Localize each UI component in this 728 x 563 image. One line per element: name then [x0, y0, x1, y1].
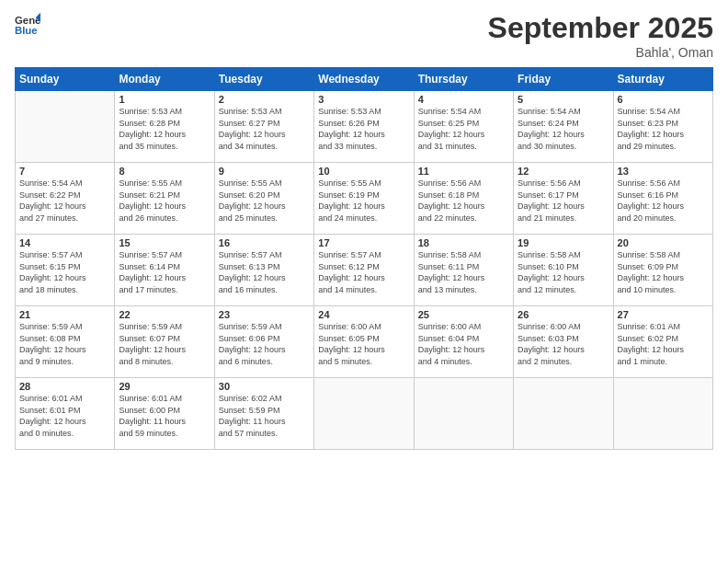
cell-info: Sunrise: 5:53 AM Sunset: 6:28 PM Dayligh… — [119, 106, 210, 152]
day-number: 2 — [219, 94, 310, 105]
cell-info: Sunrise: 5:53 AM Sunset: 6:26 PM Dayligh… — [318, 106, 409, 152]
day-number: 16 — [219, 237, 310, 248]
day-number: 1 — [119, 94, 210, 105]
calendar-cell: 10Sunrise: 5:55 AM Sunset: 6:19 PM Dayli… — [314, 163, 414, 235]
week-row-3: 14Sunrise: 5:57 AM Sunset: 6:15 PM Dayli… — [16, 235, 713, 306]
day-number: 24 — [318, 309, 409, 320]
calendar-cell: 14Sunrise: 5:57 AM Sunset: 6:15 PM Dayli… — [16, 235, 115, 306]
calendar-cell: 20Sunrise: 5:58 AM Sunset: 6:09 PM Dayli… — [613, 235, 712, 306]
cell-info: Sunrise: 5:59 AM Sunset: 6:08 PM Dayligh… — [19, 321, 110, 367]
col-header-friday: Friday — [514, 68, 613, 91]
cell-info: Sunrise: 6:01 AM Sunset: 6:00 PM Dayligh… — [119, 393, 210, 439]
day-number: 4 — [418, 94, 509, 105]
day-number: 22 — [119, 309, 210, 320]
header-row: SundayMondayTuesdayWednesdayThursdayFrid… — [16, 68, 713, 91]
day-number: 3 — [318, 94, 409, 105]
calendar-cell — [514, 378, 613, 450]
day-number: 27 — [618, 309, 709, 320]
day-number: 14 — [19, 237, 110, 248]
cell-info: Sunrise: 5:55 AM Sunset: 6:19 PM Dayligh… — [318, 178, 409, 224]
cell-info: Sunrise: 5:57 AM Sunset: 6:12 PM Dayligh… — [318, 249, 409, 295]
week-row-5: 28Sunrise: 6:01 AM Sunset: 6:01 PM Dayli… — [16, 378, 713, 450]
cell-info: Sunrise: 5:58 AM Sunset: 6:11 PM Dayligh… — [418, 249, 509, 295]
day-number: 30 — [219, 381, 310, 392]
calendar-cell: 19Sunrise: 5:58 AM Sunset: 6:10 PM Dayli… — [514, 235, 613, 306]
day-number: 11 — [418, 166, 509, 177]
calendar-cell: 15Sunrise: 5:57 AM Sunset: 6:14 PM Dayli… — [115, 235, 214, 306]
calendar-cell: 2Sunrise: 5:53 AM Sunset: 6:27 PM Daylig… — [214, 91, 313, 163]
col-header-saturday: Saturday — [613, 68, 712, 91]
calendar-cell — [414, 378, 513, 450]
cell-info: Sunrise: 5:55 AM Sunset: 6:20 PM Dayligh… — [219, 178, 310, 224]
day-number: 29 — [119, 381, 210, 392]
calendar-cell: 25Sunrise: 6:00 AM Sunset: 6:04 PM Dayli… — [414, 306, 513, 378]
cell-info: Sunrise: 6:01 AM Sunset: 6:01 PM Dayligh… — [19, 393, 110, 439]
cell-info: Sunrise: 5:54 AM Sunset: 6:24 PM Dayligh… — [518, 106, 609, 152]
cell-info: Sunrise: 5:56 AM Sunset: 6:16 PM Dayligh… — [618, 178, 709, 224]
day-number: 7 — [19, 166, 110, 177]
cell-info: Sunrise: 5:53 AM Sunset: 6:27 PM Dayligh… — [219, 106, 310, 152]
day-number: 8 — [119, 166, 210, 177]
title-block: September 2025 Bahla', Oman — [488, 11, 713, 60]
calendar-cell: 11Sunrise: 5:56 AM Sunset: 6:18 PM Dayli… — [414, 163, 513, 235]
calendar-cell: 12Sunrise: 5:56 AM Sunset: 6:17 PM Dayli… — [514, 163, 613, 235]
day-number: 23 — [219, 309, 310, 320]
calendar-cell — [613, 378, 712, 450]
day-number: 21 — [19, 309, 110, 320]
col-header-wednesday: Wednesday — [314, 68, 414, 91]
cell-info: Sunrise: 5:56 AM Sunset: 6:18 PM Dayligh… — [418, 178, 509, 224]
col-header-monday: Monday — [115, 68, 214, 91]
cell-info: Sunrise: 6:00 AM Sunset: 6:04 PM Dayligh… — [418, 321, 509, 367]
day-number: 5 — [518, 94, 609, 105]
calendar-cell: 13Sunrise: 5:56 AM Sunset: 6:16 PM Dayli… — [613, 163, 712, 235]
cell-info: Sunrise: 6:02 AM Sunset: 5:59 PM Dayligh… — [219, 393, 310, 439]
cell-info: Sunrise: 6:00 AM Sunset: 6:03 PM Dayligh… — [518, 321, 609, 367]
calendar-cell — [16, 91, 115, 163]
calendar-cell: 4Sunrise: 5:54 AM Sunset: 6:25 PM Daylig… — [414, 91, 513, 163]
logo: General Blue — [15, 11, 40, 37]
calendar-cell: 24Sunrise: 6:00 AM Sunset: 6:05 PM Dayli… — [314, 306, 414, 378]
calendar-cell: 18Sunrise: 5:58 AM Sunset: 6:11 PM Dayli… — [414, 235, 513, 306]
calendar-cell: 21Sunrise: 5:59 AM Sunset: 6:08 PM Dayli… — [16, 306, 115, 378]
calendar-cell: 17Sunrise: 5:57 AM Sunset: 6:12 PM Dayli… — [314, 235, 414, 306]
cell-info: Sunrise: 5:54 AM Sunset: 6:25 PM Dayligh… — [418, 106, 509, 152]
day-number: 28 — [19, 381, 110, 392]
cell-info: Sunrise: 5:57 AM Sunset: 6:13 PM Dayligh… — [219, 249, 310, 295]
calendar-cell: 1Sunrise: 5:53 AM Sunset: 6:28 PM Daylig… — [115, 91, 214, 163]
cell-info: Sunrise: 5:56 AM Sunset: 6:17 PM Dayligh… — [518, 178, 609, 224]
svg-text:Blue: Blue — [15, 25, 38, 36]
calendar-cell: 5Sunrise: 5:54 AM Sunset: 6:24 PM Daylig… — [514, 91, 613, 163]
calendar-cell: 28Sunrise: 6:01 AM Sunset: 6:01 PM Dayli… — [16, 378, 115, 450]
cell-info: Sunrise: 5:54 AM Sunset: 6:22 PM Dayligh… — [19, 178, 110, 224]
page: General Blue September 2025 Bahla', Oman… — [0, 0, 728, 563]
week-row-1: 1Sunrise: 5:53 AM Sunset: 6:28 PM Daylig… — [16, 91, 713, 163]
location: Bahla', Oman — [488, 45, 713, 60]
logo-icon: General Blue — [15, 11, 40, 37]
day-number: 6 — [618, 94, 709, 105]
cell-info: Sunrise: 5:54 AM Sunset: 6:23 PM Dayligh… — [618, 106, 709, 152]
calendar-cell: 23Sunrise: 5:59 AM Sunset: 6:06 PM Dayli… — [214, 306, 313, 378]
calendar-cell: 6Sunrise: 5:54 AM Sunset: 6:23 PM Daylig… — [613, 91, 712, 163]
week-row-4: 21Sunrise: 5:59 AM Sunset: 6:08 PM Dayli… — [16, 306, 713, 378]
cell-info: Sunrise: 6:00 AM Sunset: 6:05 PM Dayligh… — [318, 321, 409, 367]
col-header-tuesday: Tuesday — [214, 68, 313, 91]
cell-info: Sunrise: 6:01 AM Sunset: 6:02 PM Dayligh… — [618, 321, 709, 367]
calendar-cell: 26Sunrise: 6:00 AM Sunset: 6:03 PM Dayli… — [514, 306, 613, 378]
calendar-cell: 3Sunrise: 5:53 AM Sunset: 6:26 PM Daylig… — [314, 91, 414, 163]
cell-info: Sunrise: 5:58 AM Sunset: 6:10 PM Dayligh… — [518, 249, 609, 295]
day-number: 17 — [318, 237, 409, 248]
cell-info: Sunrise: 5:59 AM Sunset: 6:07 PM Dayligh… — [119, 321, 210, 367]
day-number: 18 — [418, 237, 509, 248]
calendar-cell: 22Sunrise: 5:59 AM Sunset: 6:07 PM Dayli… — [115, 306, 214, 378]
calendar-cell: 29Sunrise: 6:01 AM Sunset: 6:00 PM Dayli… — [115, 378, 214, 450]
day-number: 10 — [318, 166, 409, 177]
day-number: 13 — [618, 166, 709, 177]
cell-info: Sunrise: 5:57 AM Sunset: 6:14 PM Dayligh… — [119, 249, 210, 295]
cell-info: Sunrise: 5:57 AM Sunset: 6:15 PM Dayligh… — [19, 249, 110, 295]
month-title: September 2025 — [488, 11, 713, 45]
col-header-sunday: Sunday — [16, 68, 115, 91]
day-number: 19 — [518, 237, 609, 248]
col-header-thursday: Thursday — [414, 68, 513, 91]
day-number: 20 — [618, 237, 709, 248]
calendar-cell: 8Sunrise: 5:55 AM Sunset: 6:21 PM Daylig… — [115, 163, 214, 235]
